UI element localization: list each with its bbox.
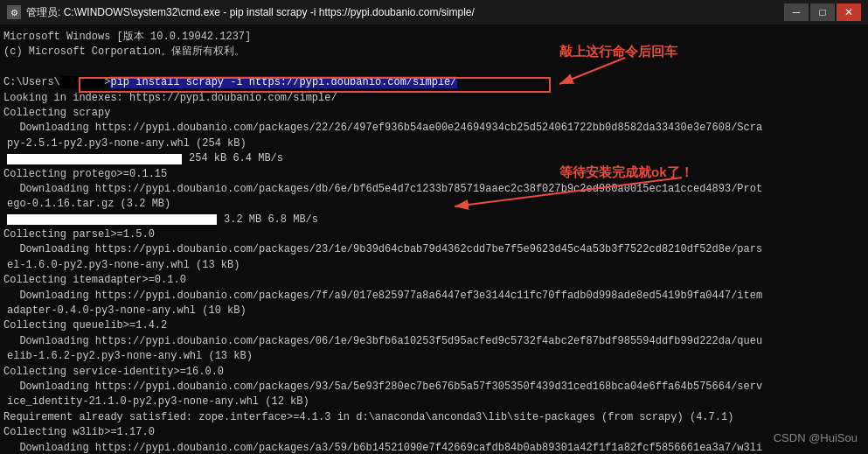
line-collecting-protego: Collecting protego>=0.1.15: [3, 167, 865, 182]
progress-bar-2: [7, 214, 217, 225]
line-5: Looking in indexes: https://pypi.doubani…: [3, 91, 865, 106]
line-collecting-itemadapter: Collecting itemadapter>=0.1.0: [3, 273, 865, 288]
progress-bar-1: [7, 154, 182, 164]
minimize-button[interactable]: ─: [784, 3, 809, 21]
line-dl-parsel2: el-1.6.0-py2.py3-none-any.whl (13 kB): [3, 258, 865, 273]
window-title: 管理员: C:\WINDOWS\system32\cmd.exe - pip i…: [26, 5, 475, 20]
line-dl-service2: ice_identity-21.1.0-py2.py3-none-any.whl…: [3, 395, 865, 409]
line-dl-itemadapter: Downloading https://pypi.doubanio.com/pa…: [3, 289, 865, 304]
line-collecting-service-identity: Collecting service-identity>=16.0.0: [3, 365, 865, 380]
watermark: CSDN @HuiSou: [774, 430, 858, 447]
line-dl-parsel: Downloading https://pypi.doubanio.com/pa…: [3, 242, 865, 257]
line-4: C:\Users\ >pip install scrapy -i https:/…: [3, 75, 865, 90]
line-dl-service: Downloading https://pypi.doubanio.com/pa…: [3, 380, 865, 395]
line-collecting-parsel: Collecting parsel>=1.5.0: [3, 227, 865, 242]
line-3: [3, 60, 865, 75]
line-dl-protego: Downloading https://pypi.doubanio.com/pa…: [3, 182, 865, 197]
line-dl-queuelib: Downloading https://pypi.doubanio.com/pa…: [3, 334, 865, 349]
terminal: Microsoft Windows [版本 10.0.19042.1237] (…: [0, 24, 868, 454]
title-bar: ⚙ 管理员: C:\WINDOWS\system32\cmd.exe - pip…: [0, 0, 868, 24]
line-dl-w3lib: Downloading https://pypi.doubanio.com/pa…: [3, 441, 865, 454]
line-collecting-scrapy: Collecting scrapy: [3, 106, 865, 121]
line-dl-queuelib2: elib-1.6.2-py2.py3-none-any.whl (13 kB): [3, 349, 865, 364]
line-dl-itemadapter2: adapter-0.4.0-py3-none-any.whl (10 kB): [3, 304, 865, 318]
maximize-button[interactable]: □: [810, 3, 835, 21]
line-collecting-w3lib: Collecting w3lib>=1.17.0: [3, 425, 865, 440]
close-button[interactable]: ✕: [837, 3, 861, 21]
line-dl-scrapy: Downloading https://pypi.doubanio.com/pa…: [3, 121, 865, 136]
line-1: Microsoft Windows [版本 10.0.19042.1237]: [3, 30, 865, 45]
progress-2-label: 3.2 MB 6.8 MB/s: [224, 213, 318, 227]
line-dl-protego2: ego-0.1.16.tar.gz (3.2 MB): [3, 197, 865, 212]
progress-bar-2-container: 3.2 MB 6.8 MB/s: [3, 213, 865, 227]
cmd-icon: ⚙: [7, 5, 21, 19]
title-bar-controls: ─ □ ✕: [784, 3, 861, 21]
title-bar-left: ⚙ 管理员: C:\WINDOWS\system32\cmd.exe - pip…: [7, 5, 475, 20]
line-requirement: Requirement already satisfied: zope.inte…: [3, 410, 865, 425]
line-2: (c) Microsoft Corporation。保留所有权利。: [3, 45, 865, 59]
command-highlight: pip install scrapy -i https://pypi.douba…: [110, 76, 456, 88]
line-dl-scrapy2: py-2.5.1-py2.py3-none-any.whl (254 kB): [3, 136, 865, 151]
progress-1-label: 254 kB 6.4 MB/s: [189, 151, 283, 166]
line-collecting-queuelib: Collecting queuelib>=1.4.2: [3, 318, 865, 333]
progress-bar-1-container: 254 kB 6.4 MB/s: [3, 151, 865, 166]
